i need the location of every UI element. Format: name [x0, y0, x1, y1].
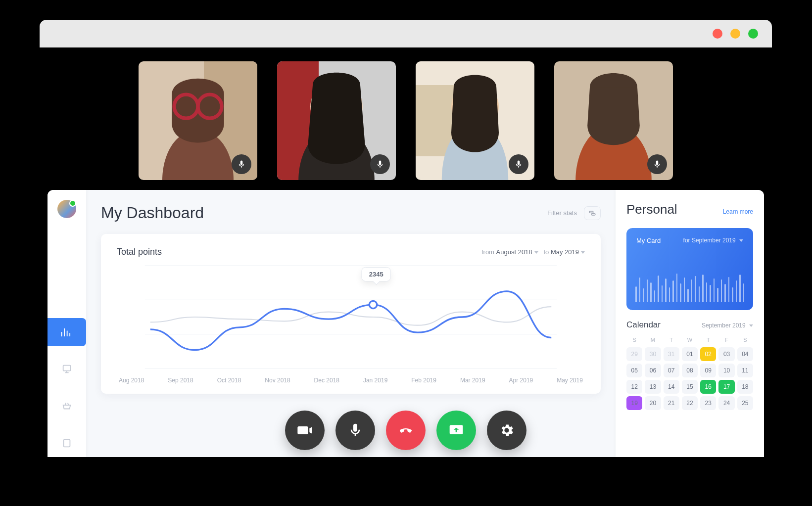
- calendar-day[interactable]: 08: [682, 364, 698, 377]
- chart-date-range[interactable]: from August 2018 to May 2019: [481, 248, 585, 256]
- side-navigation: [48, 190, 86, 457]
- share-screen-button[interactable]: [436, 411, 476, 450]
- nav-analytics[interactable]: [48, 318, 86, 346]
- svg-point-23: [369, 301, 377, 308]
- calendar-dow: W: [682, 335, 698, 345]
- calendar-day[interactable]: 01: [682, 347, 698, 361]
- calendar-dow: S: [737, 335, 753, 345]
- participant-tile[interactable]: [554, 61, 673, 180]
- window-titlebar: [40, 20, 772, 47]
- calendar-month-picker[interactable]: September 2019: [702, 322, 753, 329]
- basket-icon: [61, 401, 72, 412]
- calendar-day[interactable]: 17: [718, 380, 734, 394]
- call-controls: [285, 411, 526, 450]
- mic-indicator-icon: [509, 154, 528, 174]
- calendar-day[interactable]: 21: [664, 396, 679, 410]
- calendar-dow: T: [664, 335, 679, 345]
- calendar-title: Calendar: [626, 320, 661, 330]
- svg-rect-17: [589, 211, 593, 213]
- x-axis-label: Mar 2019: [460, 377, 485, 384]
- calendar-day[interactable]: 19: [626, 396, 642, 410]
- calendar-day[interactable]: 30: [645, 347, 661, 361]
- participant-tile[interactable]: [139, 61, 257, 180]
- calendar-day[interactable]: 16: [700, 380, 716, 394]
- calendar-day[interactable]: 20: [645, 396, 661, 410]
- calendar-day[interactable]: 04: [737, 347, 753, 361]
- chevron-down-icon: [534, 251, 538, 254]
- calendar-day[interactable]: 13: [645, 380, 661, 394]
- calendar-dow: F: [718, 335, 734, 345]
- window-close-button[interactable]: [713, 29, 722, 39]
- phone-hangup-icon: [398, 422, 414, 438]
- calendar-day[interactable]: 06: [645, 364, 661, 377]
- calendar-day[interactable]: 31: [664, 347, 679, 361]
- x-axis-label: May 2019: [557, 377, 583, 384]
- calendar-day[interactable]: 22: [682, 396, 698, 410]
- x-axis-label: Jan 2019: [363, 377, 387, 384]
- calendar-day[interactable]: 09: [700, 364, 716, 377]
- chart-x-axis: Aug 2018Sep 2018Oct 2018Nov 2018Dec 2018…: [117, 374, 585, 384]
- filter-stats-link[interactable]: Filter stats: [547, 209, 577, 217]
- note-icon: [61, 438, 72, 449]
- nav-presentations[interactable]: [48, 355, 86, 383]
- calendar-grid: SMTWTFS293031010203040506070809101112131…: [626, 335, 753, 410]
- calendar-day[interactable]: 07: [664, 364, 679, 377]
- mic-toggle-button[interactable]: [335, 411, 375, 450]
- chart-title: Total points: [117, 247, 162, 257]
- learn-more-link[interactable]: Learn more: [723, 208, 753, 215]
- my-card-sparkline: [635, 263, 744, 302]
- page-title: My Dashboard: [101, 204, 204, 222]
- calendar-day[interactable]: 23: [700, 396, 716, 410]
- nav-notes[interactable]: [48, 429, 86, 457]
- calendar-day[interactable]: 24: [718, 396, 734, 410]
- calendar-day[interactable]: 02: [700, 347, 716, 361]
- svg-rect-18: [591, 213, 595, 215]
- svg-rect-14: [590, 88, 637, 99]
- personal-panel: Personal Learn more My Card for Septembe…: [616, 190, 764, 457]
- calendar-dow: S: [626, 335, 642, 345]
- x-axis-label: Apr 2019: [509, 377, 533, 384]
- calendar-day[interactable]: 11: [737, 364, 753, 377]
- window-maximize-button[interactable]: [748, 29, 758, 39]
- participant-tile[interactable]: [416, 61, 534, 180]
- line-chart: 2345: [117, 260, 585, 374]
- shared-screen-dashboard: My Dashboard Filter stats Total points f…: [48, 190, 764, 457]
- calendar-day[interactable]: 15: [682, 380, 698, 394]
- hang-up-button[interactable]: [386, 411, 426, 450]
- x-axis-label: Feb 2019: [411, 377, 436, 384]
- settings-button[interactable]: [487, 411, 526, 450]
- bar-chart-icon: [60, 327, 71, 338]
- filter-settings-button[interactable]: [584, 206, 601, 220]
- gear-icon: [499, 422, 515, 438]
- svg-rect-16: [64, 439, 70, 447]
- x-axis-label: Nov 2018: [265, 377, 290, 384]
- presentation-icon: [61, 364, 72, 374]
- chevron-down-icon: [749, 324, 753, 327]
- calendar-day[interactable]: 14: [664, 380, 679, 394]
- personal-title: Personal: [626, 202, 677, 217]
- calendar-day[interactable]: 10: [718, 364, 734, 377]
- svg-rect-15: [63, 366, 71, 371]
- camera-icon: [297, 422, 313, 438]
- my-card-title: My Card: [636, 237, 661, 244]
- user-avatar[interactable]: [57, 200, 76, 218]
- calendar-day[interactable]: 18: [737, 380, 753, 394]
- calendar-day[interactable]: 12: [626, 380, 642, 394]
- calendar-day[interactable]: 03: [718, 347, 734, 361]
- x-axis-label: Aug 2018: [119, 377, 144, 384]
- my-card-widget[interactable]: My Card for September 2019: [626, 228, 753, 310]
- calendar-day[interactable]: 25: [737, 396, 753, 410]
- share-screen-icon: [448, 422, 464, 438]
- nav-basket[interactable]: [48, 392, 86, 420]
- x-axis-label: Oct 2018: [217, 377, 241, 384]
- calendar-day[interactable]: 29: [626, 347, 642, 361]
- app-window: My Dashboard Filter stats Total points f…: [40, 20, 772, 465]
- mic-indicator-icon: [647, 154, 667, 174]
- mic-indicator-icon: [370, 154, 390, 174]
- camera-toggle-button[interactable]: [285, 411, 325, 450]
- my-card-period[interactable]: for September 2019: [683, 237, 743, 244]
- mic-indicator-icon: [232, 154, 251, 174]
- window-minimize-button[interactable]: [730, 29, 740, 39]
- participant-tile[interactable]: [277, 61, 396, 180]
- calendar-day[interactable]: 05: [626, 364, 642, 377]
